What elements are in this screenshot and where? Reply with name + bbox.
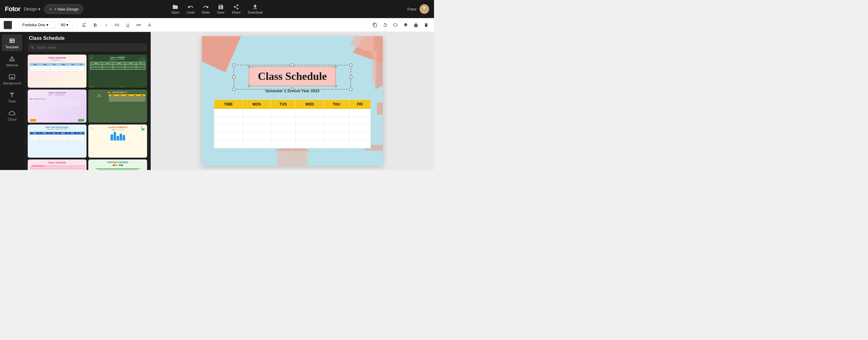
template-card-8[interactable]: PAINTING COURSES 🎨 [88,159,147,170]
sidebar-item-texts[interactable]: Texts [2,89,22,105]
sidebar-item-background[interactable]: Background [2,70,22,87]
template-card-6[interactable]: CLASS SCHEDULE YEART12345 🦕 🦴 [88,124,147,158]
copy-style-button[interactable] [371,21,379,29]
panel-title: Class Schedule [24,32,151,43]
title-box[interactable]: Class Schedule [249,66,336,86]
col-fri: FRI [349,100,370,109]
template-card-3[interactable]: Class Schedule YEAR ___ SEMESTER ___ Mon… [28,90,87,123]
delete-button[interactable] [422,21,430,29]
deco-right-mid [377,102,383,115]
sidebar-label-template: Template [5,45,19,49]
template-card-2[interactable]: class schedule Mon Tue Wed Thu Fri Mon T… [88,55,147,88]
layers-button[interactable] [401,21,410,29]
italic-button[interactable]: I [102,21,110,29]
topbar-center: Open Undo Redo Save Share Download [172,4,263,14]
corner-handle-tr [335,65,337,68]
user-avatar [420,4,429,14]
design-canvas[interactable]: Class Schedule Semester 1 School Year 20… [202,36,383,166]
corner-handle-br [335,85,337,87]
fotor-logo: Fotor [5,5,20,13]
font-selector[interactable]: Fredoka One ▾ [20,22,56,28]
table-row [214,133,371,141]
main-layout: Template Material Background Texts Cloud… [0,32,434,170]
ellipse-button[interactable] [391,21,400,29]
canvas-title: Class Schedule [258,70,327,83]
handle-tr[interactable] [349,64,352,67]
align-button[interactable] [80,21,89,29]
col-wed: WED [296,100,324,109]
format-right-tools [371,21,430,29]
title-container: Class Schedule Semester 1 School Year 20… [249,66,336,93]
open-button[interactable]: Open [172,4,180,14]
corner-handle-bl [248,85,250,87]
text-color-swatch[interactable] [4,21,12,29]
deco-top-left [202,36,241,72]
sidebar-label-cloud: Cloud [8,118,17,121]
bold-button[interactable]: B [91,21,99,29]
download-button[interactable]: Download [248,4,263,14]
new-design-button[interactable]: ＋ + New Design [44,4,83,14]
templates-grid: Class Schedule School Year ___ TimeMonTu… [24,55,151,170]
canvas-area: Class Schedule Semester 1 School Year 20… [151,32,434,170]
template-card-4[interactable]: NY UNIVERSITY NAMESECTION MON TUE WED TH… [88,90,147,123]
topbar: Fotor Design ▾ ＋ + New Design Open Undo … [0,0,434,18]
handle-br[interactable] [349,88,352,91]
col-mon: MON [243,100,271,109]
sidebar-item-material[interactable]: Material [2,53,22,69]
template-card-7[interactable]: Class Schedule Time [28,159,87,170]
save-button[interactable]: Save [217,4,224,14]
col-tue: TUS [271,100,296,109]
table-row [214,141,371,148]
left-panel: Class Schedule Class Schedule School Yea… [24,32,151,170]
sidebar-label-texts: Texts [8,99,16,103]
case-button[interactable]: A [145,21,154,29]
sidebar-item-template[interactable]: Template [2,34,22,51]
topbar-right: Fotor [407,4,429,14]
font-size-box[interactable]: 60 ▾ [58,22,73,28]
sidebar-label-material: Material [6,63,18,67]
svg-point-1 [393,24,397,26]
search-icon [31,45,35,50]
design-menu-button[interactable]: Design ▾ [24,7,40,11]
redo-button[interactable]: Redo [202,4,210,14]
user-name: Fotor [407,7,416,11]
corner-handle-tl [248,65,250,68]
sidebar-item-cloud[interactable]: Cloud [2,107,22,124]
table-row [214,117,371,125]
divider2 [76,22,76,29]
table-row [214,109,371,117]
sidebar-icons: Template Material Background Texts Cloud [0,32,24,170]
col-time: TIME [214,100,243,109]
sidebar-label-background: Background [3,82,21,85]
template-card-1[interactable]: Class Schedule School Year ___ TimeMonTu… [28,55,87,88]
canvas-subtitle: Semester 1 School Year 2023 [265,89,319,93]
schedule-table-container: TIME MON TUS WED THU FRI [214,99,371,148]
handle-lm[interactable] [232,76,236,79]
search-input[interactable] [36,45,144,50]
share-button[interactable]: Share [232,4,241,14]
topbar-left: Fotor Design ▾ ＋ + New Design [5,4,83,14]
lock-button[interactable] [412,21,420,29]
letter-spacing-button[interactable] [134,21,143,29]
svg-point-0 [423,6,426,9]
underline-button[interactable]: U [124,21,132,29]
search-bar [28,43,147,52]
handle-rm[interactable] [349,76,352,79]
font-size-aa-button[interactable]: AA [113,21,121,29]
refresh-button[interactable] [381,21,390,29]
handle-tl[interactable] [232,64,236,67]
template-card-5[interactable]: NEW YORK HIGH SCHOOL Semester 1 School Y… [28,124,87,158]
table-row [214,125,371,133]
schedule-table: TIME MON TUS WED THU FRI [214,99,371,148]
house-body [277,151,307,166]
formatbar: Fredoka One ▾ 60 ▾ B I AA U A [0,18,434,32]
deco-right-strip2 [372,50,377,83]
handle-bl[interactable] [232,88,236,91]
undo-button[interactable]: Undo [187,4,194,14]
col-thu: THU [324,100,349,109]
